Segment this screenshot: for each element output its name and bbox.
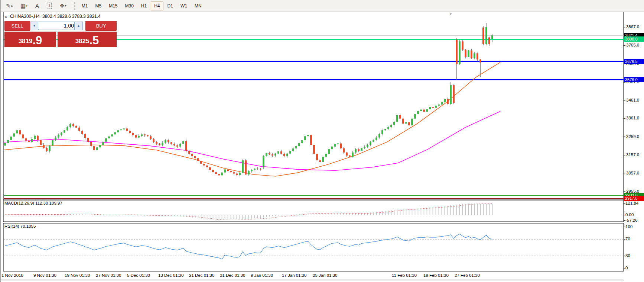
buy-price-frac: .5 (89, 35, 99, 46)
symbol-header: ▲ CHINA300-,H4 3802.4 3828.6 3783.3 3821… (4, 14, 101, 19)
rsi-axis-label: 100 (625, 224, 632, 229)
timeframe-button-h4[interactable]: H4 (151, 1, 163, 10)
rsi-axis-label: 0 (625, 266, 628, 270)
buy-button[interactable]: BUY (85, 21, 117, 31)
price-badge-3576.0: 3576.0 (624, 77, 644, 82)
macd-axis-label: 121.84 (625, 201, 638, 205)
volume-input[interactable] (38, 22, 76, 29)
y-axis-label: 3259.0 (626, 134, 639, 139)
y-axis-label: 3057.0 (626, 171, 639, 175)
toolbar-grip[interactable] (74, 2, 76, 10)
timeframe-button-d1[interactable]: D1 (164, 1, 176, 10)
equidistant-channel-tool-icon[interactable]: ✎E (3, 1, 16, 10)
x-axis-label: 19 Feb 01:30 (423, 273, 449, 278)
volume-decrease-button[interactable]: ▼ (30, 22, 39, 30)
buy-price-main: 3825 (75, 36, 90, 46)
x-axis-label: 13 Dec 01:30 (158, 273, 183, 278)
chevron-down-icon: ▼ (33, 24, 36, 28)
x-axis-label: 17 Jan 01:30 (282, 273, 307, 278)
y-axis-label: 3361.0 (626, 116, 639, 120)
timeframe-button-m1[interactable]: M1 (78, 1, 91, 10)
sell-price-frac: .9 (32, 35, 42, 46)
timeframe-button-h1[interactable]: H1 (138, 1, 150, 10)
sell-button[interactable]: SELL (4, 21, 30, 31)
timeframe-button-mn[interactable]: MN (191, 1, 205, 10)
toolbar: ✎E▦FAT❖▾ M1M5M15M30H1H4D1W1MN (1, 0, 644, 12)
fibonacci-retracement-tool-icon[interactable]: ▦F (17, 1, 31, 10)
volume-increase-button[interactable]: ▲ (74, 22, 83, 30)
buy-price-box[interactable]: 3825.5 (58, 32, 117, 47)
chart-shift-marker-icon[interactable]: ▼ (449, 12, 452, 16)
price-badge-2917.8: 2917.8 (624, 196, 644, 201)
symbol-name: CHINA300-,H4 (10, 14, 40, 19)
x-axis-label: 25 Jan 01:30 (313, 273, 338, 278)
x-axis-label: 5 Dec 01:30 (127, 273, 150, 278)
sell-price-box[interactable]: 3819.9 (4, 32, 56, 47)
price-badge-3800.0: 3800.0 (624, 36, 644, 42)
macd-axis-label: 0.00 (625, 212, 634, 217)
rsi-axis-label: 70 (625, 237, 630, 241)
chart-window: ✎E▦FAT❖▾ M1M5M15M30H1H4D1W1MN ▲ CHINA300… (0, 0, 644, 282)
sell-price-main: 3819 (19, 36, 33, 46)
symbol-ohlc: 3802.4 3828.6 3783.3 3821.4 (42, 14, 101, 19)
x-axis-label: 21 Dec 01:30 (189, 273, 214, 278)
timeframe-button-w1[interactable]: W1 (177, 1, 191, 10)
y-axis-label: 3765.0 (626, 43, 639, 47)
chevron-up-icon: ▲ (77, 24, 80, 28)
text-label-tool-icon[interactable]: A (32, 1, 42, 10)
timeframe-button-m15[interactable]: M15 (105, 1, 121, 10)
y-axis-label: 3157.0 (626, 153, 639, 157)
text-box-tool-icon[interactable]: T (44, 1, 55, 10)
collapse-arrow-icon[interactable]: ▲ (4, 15, 7, 18)
y-axis-label: 3461.0 (626, 98, 639, 102)
rsi-indicator-label: RSI(14) 70.1055 (4, 224, 36, 228)
y-axis-label: 3867.0 (626, 25, 639, 29)
x-axis-label: 31 Dec 01:30 (220, 273, 245, 278)
rsi-axis-label: 30 (625, 253, 630, 258)
x-axis-label: 9 Nov 01:30 (33, 273, 56, 278)
x-axis-label: 11 Feb 01:30 (392, 273, 417, 278)
price-badge-3676.5: 3676.5 (624, 59, 644, 64)
macd-axis-label: -57.26 (625, 218, 638, 222)
x-axis-label: 9 Jan 01:30 (251, 273, 273, 278)
x-axis-label: 27 Feb 01:30 (455, 273, 480, 278)
x-axis-label: 27 Nov 01:30 (96, 273, 121, 278)
x-axis-label: 1 Nov 2018 (1, 273, 23, 278)
timeframe-button-m30[interactable]: M30 (122, 1, 137, 10)
timeframe-button-m5[interactable]: M5 (92, 1, 105, 10)
x-axis-label: 19 Nov 01:30 (65, 273, 90, 278)
macd-indicator-label: MACD(12,26,9) 112.30 109.97 (4, 201, 62, 205)
arrow-style-tool-icon[interactable]: ❖▾ (56, 1, 69, 10)
